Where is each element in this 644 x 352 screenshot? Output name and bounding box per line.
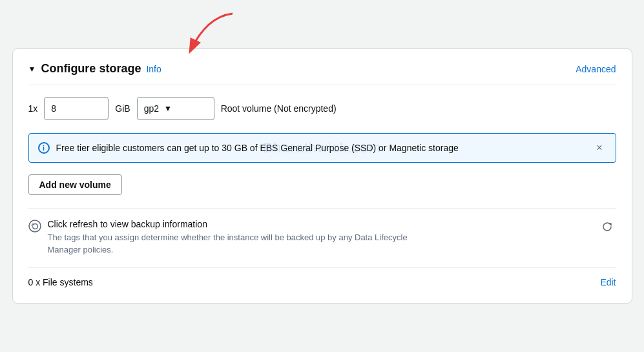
filesystems-label: 0 x File systems <box>28 277 93 287</box>
backup-refresh-icon <box>28 220 41 233</box>
filesystems-row: 0 x File systems Edit <box>28 267 616 287</box>
page-title: Configure storage <box>41 62 141 76</box>
add-volume-button[interactable]: Add new volume <box>28 174 122 195</box>
dropdown-arrow-icon: ▼ <box>164 104 172 113</box>
edit-link[interactable]: Edit <box>600 277 616 287</box>
unit-label: GiB <box>115 103 130 114</box>
volume-type-select[interactable]: gp2 ▼ <box>137 97 214 120</box>
card-header: ▼ Configure storage Info Advanced <box>28 62 616 85</box>
info-link[interactable]: Info <box>146 64 161 74</box>
info-banner-left: i Free tier eligible customers can get u… <box>38 142 459 154</box>
backup-title: Click refresh to view backup information <box>48 219 410 229</box>
info-circle-icon: i <box>38 142 50 154</box>
refresh-icon <box>601 220 614 233</box>
backup-description: The tags that you assign determine wheth… <box>48 232 410 255</box>
backup-left: Click refresh to view backup information… <box>28 219 410 255</box>
multiplier-label: 1x <box>28 103 38 114</box>
header-left: ▼ Configure storage Info <box>28 62 161 76</box>
info-banner-text: Free tier eligible customers can get up … <box>56 143 459 153</box>
divider <box>28 208 616 209</box>
backup-section: Click refresh to view backup information… <box>28 219 616 255</box>
root-volume-label: Root volume (Not encrypted) <box>221 103 337 114</box>
info-banner-close-button[interactable]: × <box>592 141 606 154</box>
arrow-annotation <box>168 10 245 64</box>
storage-row: 1x GiB gp2 ▼ Root volume (Not encrypted) <box>28 97 616 120</box>
info-banner: i Free tier eligible customers can get u… <box>28 133 616 163</box>
advanced-link[interactable]: Advanced <box>576 64 616 74</box>
size-input[interactable] <box>44 97 109 120</box>
configure-storage-card: ▼ Configure storage Info Advanced 1x GiB… <box>12 48 632 303</box>
svg-point-1 <box>29 220 41 232</box>
volume-type-text: gp2 <box>144 103 159 114</box>
refresh-button[interactable] <box>598 218 616 239</box>
collapse-icon[interactable]: ▼ <box>28 65 36 74</box>
backup-text-block: Click refresh to view backup information… <box>48 219 410 255</box>
